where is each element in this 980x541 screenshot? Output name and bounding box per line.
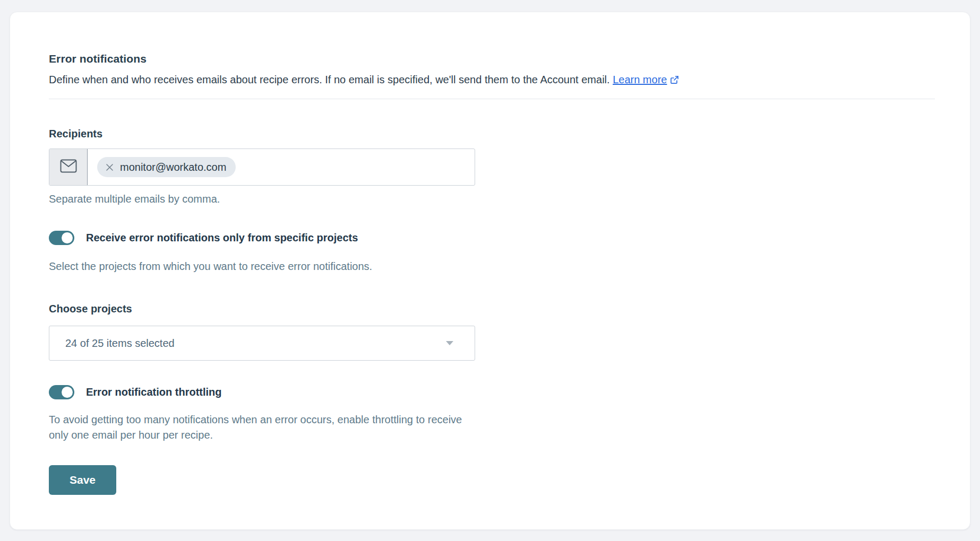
throttling-row: Error notification throttling bbox=[49, 385, 935, 399]
throttling-description: To avoid getting too many notifications … bbox=[49, 412, 466, 443]
toggle-knob bbox=[62, 387, 73, 398]
choose-projects-label: Choose projects bbox=[49, 303, 935, 315]
specific-projects-description: Select the projects from which you want … bbox=[49, 259, 935, 274]
envelope-icon bbox=[60, 159, 77, 175]
recipients-label: Recipients bbox=[49, 128, 935, 140]
page-description-text: Define when and who receives emails abou… bbox=[49, 74, 610, 85]
recipients-input-body[interactable]: monitor@workato.com bbox=[88, 149, 475, 185]
email-chip-label: monitor@workato.com bbox=[120, 161, 226, 173]
error-notifications-card: Error notifications Define when and who … bbox=[10, 12, 970, 530]
external-link-icon bbox=[670, 74, 679, 87]
throttling-toggle[interactable] bbox=[49, 385, 74, 399]
section-divider bbox=[49, 99, 935, 99]
specific-projects-toggle[interactable] bbox=[49, 231, 74, 245]
card-content: Error notifications Define when and who … bbox=[10, 12, 970, 495]
input-addon bbox=[49, 149, 88, 185]
throttling-label: Error notification throttling bbox=[86, 386, 222, 398]
recipients-input[interactable] bbox=[241, 149, 475, 185]
save-button[interactable]: Save bbox=[49, 465, 116, 495]
choose-projects-select[interactable]: 24 of 25 items selected bbox=[49, 326, 475, 361]
page-title: Error notifications bbox=[49, 53, 935, 65]
learn-more-link[interactable]: Learn more bbox=[613, 74, 667, 85]
email-chip[interactable]: monitor@workato.com bbox=[97, 157, 236, 177]
x-icon[interactable] bbox=[105, 163, 114, 172]
specific-projects-row: Receive error notifications only from sp… bbox=[49, 231, 935, 245]
toggle-knob bbox=[62, 232, 73, 243]
specific-projects-label: Receive error notifications only from sp… bbox=[86, 232, 358, 244]
recipients-helper-text: Separate multiple emails by comma. bbox=[49, 193, 935, 205]
page-description: Define when and who receives emails abou… bbox=[49, 73, 935, 87]
chevron-down-icon bbox=[446, 341, 453, 345]
select-value: 24 of 25 items selected bbox=[65, 337, 175, 350]
recipients-input-group[interactable]: monitor@workato.com bbox=[49, 149, 475, 186]
